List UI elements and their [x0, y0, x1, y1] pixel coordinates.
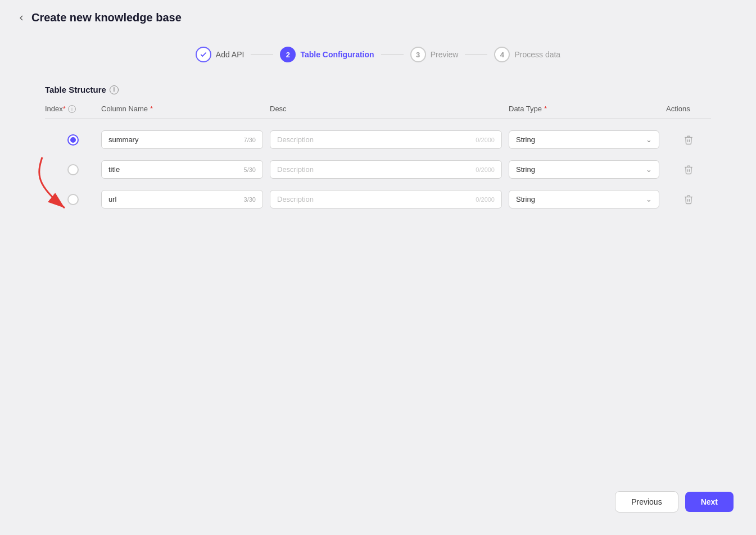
chevron-down-icon-1: ⌄	[646, 165, 652, 174]
column-name-value-0: summary	[108, 135, 138, 144]
desc-placeholder-1: Description	[277, 165, 314, 174]
radio-button-0[interactable]	[67, 134, 79, 146]
action-cell-1	[666, 165, 711, 175]
col-header-index-label: Index*	[45, 105, 66, 113]
col-header-column-name: Column Name*	[101, 105, 270, 113]
table-row: url 3/30 Description 0/2000 String ⌄	[45, 184, 711, 214]
radio-cell-1[interactable]	[45, 164, 101, 175]
step-divider-2	[381, 55, 404, 55]
delete-button-1[interactable]	[683, 165, 694, 175]
step-divider-1	[251, 55, 273, 55]
step-add-api[interactable]: Add API	[196, 47, 245, 62]
trash-icon-1	[683, 165, 694, 175]
table-row: title 5/30 Description 0/2000 String ⌄	[45, 155, 711, 184]
column-name-counter-0: 7/30	[244, 137, 256, 143]
action-cell-2	[666, 194, 711, 205]
header: Create new knowledge base	[0, 0, 756, 35]
data-type-required: *	[544, 105, 547, 113]
data-type-value-2: String	[516, 195, 535, 203]
step-1-circle	[196, 47, 211, 62]
back-icon	[17, 13, 26, 22]
delete-button-2[interactable]	[683, 194, 694, 205]
column-name-counter-2: 3/30	[244, 196, 256, 203]
data-type-value-1: String	[516, 165, 535, 174]
index-info-icon[interactable]: i	[68, 105, 76, 113]
previous-button[interactable]: Previous	[615, 491, 678, 513]
column-name-value-2: url	[108, 195, 116, 203]
step-4-circle: 4	[494, 47, 510, 62]
trash-icon-2	[683, 194, 694, 205]
step-3-circle: 3	[410, 47, 426, 62]
column-name-value-1: title	[108, 165, 120, 174]
column-name-counter-1: 5/30	[244, 166, 256, 173]
col-header-index: Index* i	[45, 105, 101, 113]
main-content: Table Structure i Index* i Column Name* …	[0, 79, 756, 220]
index-required: *	[63, 105, 66, 113]
desc-input-2[interactable]: Description 0/2000	[270, 190, 502, 208]
column-name-input-1[interactable]: title 5/30	[101, 160, 263, 179]
footer-actions: Previous Next	[615, 491, 734, 513]
check-icon	[200, 51, 207, 58]
next-button[interactable]: Next	[685, 492, 734, 512]
page-title: Create new knowledge base	[31, 11, 182, 24]
column-name-input-0[interactable]: summary 7/30	[101, 130, 263, 149]
desc-counter-1: 0/2000	[476, 166, 495, 173]
step-divider-3	[465, 55, 487, 55]
section-title-text: Table Structure	[45, 85, 106, 94]
step-2-circle: 2	[280, 47, 296, 62]
desc-placeholder-2: Description	[277, 195, 314, 203]
data-type-select-0[interactable]: String ⌄	[509, 130, 659, 149]
desc-placeholder-0: Description	[277, 135, 314, 144]
data-type-select-1[interactable]: String ⌄	[509, 160, 659, 179]
desc-counter-0: 0/2000	[476, 137, 495, 143]
step-preview[interactable]: 3 Preview	[410, 47, 459, 62]
col-header-data-type: Data Type*	[509, 105, 666, 113]
chevron-down-icon-0: ⌄	[646, 135, 652, 144]
column-name-required: *	[150, 105, 153, 113]
chevron-down-icon-2: ⌄	[646, 195, 652, 203]
data-type-select-2[interactable]: String ⌄	[509, 190, 659, 208]
radio-cell-2[interactable]	[45, 194, 101, 205]
step-2-label: Table Configuration	[300, 50, 374, 59]
col-header-actions: Actions	[666, 105, 711, 113]
delete-button-0[interactable]	[683, 135, 694, 145]
radio-button-2[interactable]	[67, 194, 79, 205]
radio-button-1[interactable]	[67, 164, 79, 175]
step-3-label: Preview	[431, 50, 459, 59]
step-1-label: Add API	[216, 50, 245, 59]
action-cell-0	[666, 135, 711, 145]
column-name-input-2[interactable]: url 3/30	[101, 190, 263, 208]
col-header-desc: Desc	[270, 105, 509, 113]
step-process-data[interactable]: 4 Process data	[494, 47, 560, 62]
section-title: Table Structure i	[45, 85, 711, 94]
desc-input-1[interactable]: Description 0/2000	[270, 160, 502, 179]
stepper: Add API 2 Table Configuration 3 Preview …	[0, 35, 756, 79]
table-header: Index* i Column Name* Desc Data Type* Ac…	[45, 105, 711, 119]
desc-counter-2: 0/2000	[476, 196, 495, 203]
table-row: summary 7/30 Description 0/2000 String ⌄	[45, 125, 711, 155]
section-info-icon[interactable]: i	[110, 85, 119, 94]
data-type-value-0: String	[516, 135, 535, 144]
back-button[interactable]	[17, 13, 26, 22]
step-table-config[interactable]: 2 Table Configuration	[280, 47, 374, 62]
radio-cell-0[interactable]	[45, 134, 101, 146]
step-4-label: Process data	[514, 50, 560, 59]
trash-icon-0	[683, 135, 694, 145]
desc-input-0[interactable]: Description 0/2000	[270, 130, 502, 149]
